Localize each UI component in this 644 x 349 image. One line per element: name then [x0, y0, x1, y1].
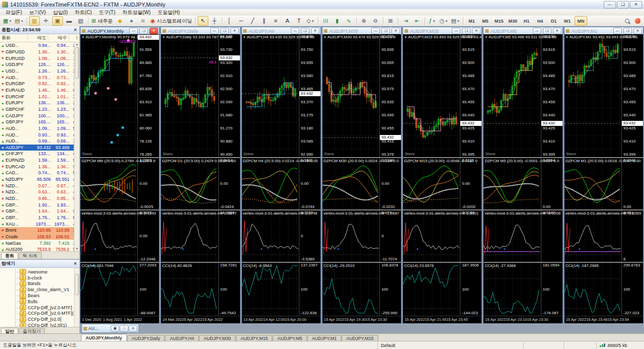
navigator-header[interactable]: 탐색기 ✕: [0, 260, 79, 268]
price-axis[interactable]: 93.53093.51593.50093.48593.47093.45593.4…: [460, 34, 481, 157]
indicator-pane-vertex[interactable]: 8.38720.00-12.2946vertex-mod-3-01-alerts…: [80, 211, 159, 262]
navigator-item[interactable]: ƒBands: [15, 281, 79, 287]
market-watch-scrollbar[interactable]: ▲▼: [74, 42, 79, 251]
terminal-toggle[interactable]: ▬: [64, 16, 74, 26]
scroll-down-icon[interactable]: ▼: [74, 247, 79, 251]
navigator-item[interactable]: ƒbar_close_alarm_V1: [15, 287, 79, 293]
indicator-pane-vertex[interactable]: 14.3026vertex-mod-3-01-alerts-arrows-mtf…: [161, 211, 239, 262]
auto-trading-button[interactable]: ◉시스템트레이딩: [149, 16, 193, 26]
market-watch-row[interactable]: ▲AUDJPY93.43293.46937: [0, 145, 79, 151]
chart-window-titlebar[interactable]: ▦AUDJPY,Monthly—❏✕: [80, 27, 159, 34]
market-watch-tab-tick-chart[interactable]: 틱 차트: [19, 252, 42, 259]
menu-tools[interactable]: 도구(T): [95, 9, 119, 16]
market-watch-row[interactable]: ▼NZD...0.63...0.63...45: [0, 189, 79, 195]
chart-shift-toggle[interactable]: ⇤: [412, 16, 423, 26]
label-tool[interactable]: T: [294, 16, 304, 26]
restore-button[interactable]: ❏: [139, 28, 148, 34]
search-button[interactable]: [622, 16, 632, 26]
restore-button[interactable]: ❏: [462, 28, 470, 34]
close-button[interactable]: ✕: [230, 28, 239, 34]
market-watch-row[interactable]: ▲GBP...1.92...1.93......: [0, 201, 79, 208]
timeframe-w1-button[interactable]: W1: [561, 16, 574, 26]
time-axis[interactable]: 15 Apr 202215 Apr 23:4615 Apr 23:54: [565, 316, 643, 323]
minimize-button[interactable]: —: [291, 28, 299, 34]
scrollbar-thumb[interactable]: [75, 47, 79, 79]
timeframe-mn-button[interactable]: MN: [575, 16, 587, 26]
indicator-pane-vertex[interactable]: 8.8016vertex-mod-3-01-alerts-arrows-mtf …: [565, 211, 643, 262]
minimize-button[interactable]: —: [533, 28, 541, 34]
indicator-pane-cci[interactable]: 106.8378100-255.990CCI(14) -29.2510: [323, 263, 401, 316]
chart-window-audjpy-h4[interactable]: ▦AUDJPY,H4—❏✕93.84593.75093.65593.56093.…: [242, 27, 321, 323]
indicator-pane-dzpcm[interactable]: 0.00460.00DZPCM M1 (20.5.00) 0.0016 -0.0…: [565, 158, 643, 210]
zoom-out-button[interactable]: ⊖: [370, 16, 381, 26]
market-watch-row[interactable]: ▲CADJPY100....100....30: [0, 112, 79, 119]
minimize-button[interactable]: —: [371, 28, 380, 34]
indicator-pane-cci[interactable]: 181.0554100-176.087CCI(14) -27.9366: [484, 263, 562, 316]
restore-button[interactable]: ❏: [543, 28, 551, 34]
indicator-pane-cci[interactable]: 277.2093100-88.0087CCI(14) 261.7946: [80, 263, 159, 316]
market-watch-column-2[interactable]: 매수: [48, 35, 69, 41]
market-watch-row[interactable]: ▼EURUSD1.08...1.08...15: [0, 55, 79, 61]
restore-button[interactable]: ▣: [111, 325, 119, 332]
price-pane[interactable]: 93.53093.51593.50093.48593.47093.45593.4…: [565, 34, 643, 157]
price-axis[interactable]: 93.53093.51593.50093.48593.47093.45593.4…: [621, 34, 643, 157]
price-axis[interactable]: 94.14093.73093.32092.91092.50092.09091.6…: [218, 34, 240, 157]
menu-insert[interactable]: 삽입(I): [49, 9, 71, 16]
market-watch-row[interactable]: ▼EURGBP0.82...0.82...35: [0, 81, 79, 87]
menu-file[interactable]: 파일(F): [2, 9, 26, 16]
menu-help[interactable]: 도움말(H): [154, 9, 183, 16]
vline-tool[interactable]: │: [224, 16, 235, 26]
chart-window-titlebar[interactable]: ▦AUDJPY,H4—❏✕: [242, 27, 320, 34]
tile-windows-button[interactable]: ⊞: [385, 16, 396, 26]
chart-window-titlebar[interactable]: ▦AUDJPY,M1—❏✕: [565, 27, 643, 34]
cursor-tool[interactable]: ↖: [198, 16, 208, 26]
new-chart-button[interactable]: ▦▼: [2, 16, 13, 26]
minimize-button[interactable]: —: [604, 1, 616, 9]
market-watch-row[interactable]: ▲GBP...1.76...1.76...84: [0, 215, 79, 221]
indicator-pane-dzpcm[interactable]: 0.01990.00-0.0231DZPCM M30 (20.5.00) 0.0…: [323, 158, 401, 210]
chart-window-titlebar[interactable]: ▦AUDJPY,M30—❏✕: [323, 27, 401, 34]
hline-tool[interactable]: ─: [236, 16, 247, 26]
indicator-pane-vertex[interactable]: 5.4790-11.7074vertex-mod-3-01-alerts-arr…: [323, 211, 401, 262]
menu-view[interactable]: 보기(V): [26, 9, 49, 16]
navigator-scrollbar[interactable]: [74, 268, 79, 327]
market-watch-row[interactable]: ▲CHFJPY133....134....49: [0, 151, 79, 157]
market-watch-row[interactable]: ▼NZD...0.85...0.85...99: [0, 195, 79, 202]
close-button[interactable]: ✕: [633, 28, 642, 34]
metaeditor-button[interactable]: ◆: [115, 16, 125, 26]
market-watch-row[interactable]: ▼EURAUD1.46...1.46...61: [0, 87, 79, 94]
chart-window-audjpy-monthly[interactable]: ▦AUDJPY,Monthly—❏✕93.43291.55589.68587.7…: [80, 27, 159, 323]
minimize-button[interactable]: —: [210, 28, 219, 34]
experts-button[interactable]: ●: [126, 16, 137, 26]
market-watch-row[interactable]: ▼GBPUSD1.30...1.30...27: [0, 49, 79, 55]
indicator-pane-dzpcm[interactable]: 0.18810.00-0.0744DZPCM H4 (20.5.00) 0.02…: [242, 158, 320, 210]
strategy-tester-button[interactable]: ▧: [75, 16, 86, 26]
indicator-pane-dzpcm[interactable]: 0.00640.00DZPCM M5 (20.5.00) -0.0001 -0.…: [484, 158, 562, 210]
market-watch-row[interactable]: ▲GBPCHF1.23...1.23...90: [0, 106, 79, 113]
zoom-in-button[interactable]: ⊕: [359, 16, 369, 26]
time-axis[interactable]: 15 Apr 202215 Apr 23:1015 Apr 23:30: [484, 316, 562, 323]
navigator-item[interactable]: ƒBulls: [15, 299, 79, 305]
price-pane[interactable]: 93.84593.75093.65593.56093.46593.37093.2…: [242, 34, 320, 157]
templates-button[interactable]: ▤▼: [450, 16, 461, 26]
market-watch-row[interactable]: ▼GBP...1.64...1.64...94: [0, 208, 79, 215]
chart-window-audjpy-m1[interactable]: ▦AUDJPY,M1—❏✕93.53093.51593.50093.48593.…: [564, 27, 643, 323]
indicator-pane-dzpcm[interactable]: 0.64140.00-0.0424DZPCM D1 (20.5.00) 0.24…: [161, 158, 239, 210]
data-window-button[interactable]: ✛: [41, 16, 51, 26]
periods-button[interactable]: ◷▼: [439, 16, 449, 26]
navigator-item[interactable]: ƒCCFp-Diff_[v2.0]: [15, 316, 79, 322]
timeframe-h1-button[interactable]: H1: [520, 16, 533, 26]
menu-charts[interactable]: 차트(C): [71, 9, 96, 16]
market-watch-row[interactable]: ▲USDJPY126....126....15: [0, 61, 79, 68]
market-watch-row[interactable]: ▼Crude105.93106.018: [0, 234, 79, 240]
timeframe-m30-button[interactable]: M30: [506, 16, 519, 26]
close-button[interactable]: ✕: [472, 28, 480, 34]
restore-button[interactable]: ❏: [381, 28, 390, 34]
candlestick-button[interactable]: ▮: [332, 16, 343, 26]
price-pane[interactable]: 93.43291.55589.68587.76085.83583.91081.9…: [80, 34, 159, 157]
indicators-button[interactable]: ƒ▼: [427, 16, 438, 26]
market-watch-row[interactable]: ▼EURCAD1.36...1.36...59: [0, 163, 79, 170]
chart-window-audjpy-daily[interactable]: ▦AUDJPY,Daily—❏✕94.14093.73093.32092.910…: [160, 27, 240, 323]
market-watch-row[interactable]: ▲AUD...0.93...0.93...46: [0, 131, 79, 138]
market-watch-column-3[interactable]: !: [69, 35, 79, 41]
